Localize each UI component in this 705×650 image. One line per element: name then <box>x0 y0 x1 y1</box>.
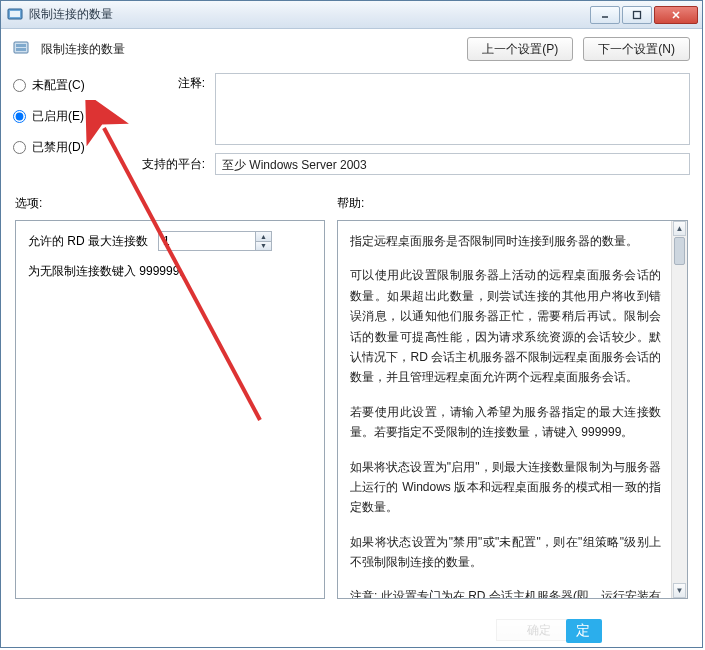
help-header: 帮助: <box>337 195 364 212</box>
window-title: 限制连接的数量 <box>29 6 590 23</box>
maximize-button[interactable] <box>622 6 652 24</box>
max-conn-row: 允许的 RD 最大连接数 ▲ ▼ <box>28 231 312 251</box>
help-p5: 如果将状态设置为"禁用"或"未配置"，则在"组策略"级别上不强制限制连接的数量。 <box>350 532 661 573</box>
max-conn-label: 允许的 RD 最大连接数 <box>28 233 148 250</box>
max-conn-input[interactable] <box>159 232 255 250</box>
max-conn-spinner: ▲ ▼ <box>158 231 272 251</box>
help-panel: 指定远程桌面服务是否限制同时连接到服务器的数量。 可以使用此设置限制服务器上活动… <box>337 220 688 599</box>
help-p1: 指定远程桌面服务是否限制同时连接到服务器的数量。 <box>350 231 661 251</box>
bottom-bar: 确定 定 <box>1 609 702 647</box>
svg-rect-5 <box>16 44 26 47</box>
scroll-down-button[interactable]: ▼ <box>673 583 686 598</box>
options-panel: 允许的 RD 最大连接数 ▲ ▼ 为无限制连接数键入 999999。 <box>15 220 325 599</box>
help-p3: 若要使用此设置，请输入希望为服务器指定的最大连接数量。若要指定不受限制的连接数量… <box>350 402 661 443</box>
comment-textarea[interactable] <box>215 73 690 145</box>
svg-rect-1 <box>10 11 20 17</box>
radio-enabled[interactable]: 已启用(E) <box>13 108 123 125</box>
comment-row: 注释: <box>137 73 690 145</box>
help-p4: 如果将状态设置为"启用"，则最大连接数量限制为与服务器上运行的 Windows … <box>350 457 661 518</box>
comment-label: 注释: <box>137 73 205 145</box>
comment-column: 注释: 支持的平台: 至少 Windows Server 2003 <box>137 73 690 175</box>
watermark-badge: 定 <box>566 619 602 643</box>
radio-disabled[interactable]: 已禁用(D) <box>13 139 123 156</box>
window-buttons <box>590 6 698 24</box>
radio-not-configured-label: 未配置(C) <box>32 77 85 94</box>
max-conn-hint: 为无限制连接数键入 999999。 <box>28 263 312 280</box>
close-button[interactable] <box>654 6 698 24</box>
radio-enabled-input[interactable] <box>13 110 26 123</box>
platform-value: 至少 Windows Server 2003 <box>215 153 690 175</box>
minimize-button[interactable] <box>590 6 620 24</box>
panel-headers: 选项: 帮助: <box>1 183 702 218</box>
panels: 允许的 RD 最大连接数 ▲ ▼ 为无限制连接数键入 999999。 指定远程桌… <box>1 218 702 609</box>
titlebar: 限制连接的数量 <box>1 1 702 29</box>
options-header: 选项: <box>15 195 337 212</box>
state-radio-group: 未配置(C) 已启用(E) 已禁用(D) <box>13 73 123 175</box>
radio-disabled-input[interactable] <box>13 141 26 154</box>
radio-disabled-label: 已禁用(D) <box>32 139 85 156</box>
scroll-thumb[interactable] <box>674 237 685 265</box>
policy-editor-window: 限制连接的数量 限制连接的数量 上一个设置(P) 下一个设置(N) <box>0 0 703 648</box>
platform-label: 支持的平台: <box>137 156 205 173</box>
upper-section: 未配置(C) 已启用(E) 已禁用(D) 注释: 支持的平台: 至少 Windo… <box>1 67 702 183</box>
svg-rect-3 <box>634 11 641 18</box>
spinner-up[interactable]: ▲ <box>256 232 271 241</box>
next-setting-button[interactable]: 下一个设置(N) <box>583 37 690 61</box>
toolbar: 限制连接的数量 上一个设置(P) 下一个设置(N) <box>1 29 702 67</box>
radio-enabled-label: 已启用(E) <box>32 108 84 125</box>
scroll-up-button[interactable]: ▲ <box>673 221 686 236</box>
prev-setting-button[interactable]: 上一个设置(P) <box>467 37 573 61</box>
svg-rect-4 <box>14 42 28 53</box>
help-p6: 注意: 此设置专门为在 RD 会话主机服务器(即，运行安装有远程桌 <box>350 586 661 599</box>
help-p2: 可以使用此设置限制服务器上活动的远程桌面服务会话的数量。如果超出此数量，则尝试连… <box>350 265 661 387</box>
svg-rect-6 <box>16 48 26 51</box>
radio-not-configured[interactable]: 未配置(C) <box>13 77 123 94</box>
app-icon <box>7 7 23 23</box>
policy-icon <box>13 40 31 58</box>
platform-row: 支持的平台: 至少 Windows Server 2003 <box>137 153 690 175</box>
help-scrollbar[interactable]: ▲ ▼ <box>671 221 687 598</box>
radio-not-configured-input[interactable] <box>13 79 26 92</box>
toolbar-title: 限制连接的数量 <box>41 41 457 58</box>
spinner-down[interactable]: ▼ <box>256 241 271 251</box>
help-text: 指定远程桌面服务是否限制同时连接到服务器的数量。 可以使用此设置限制服务器上活动… <box>350 231 667 599</box>
